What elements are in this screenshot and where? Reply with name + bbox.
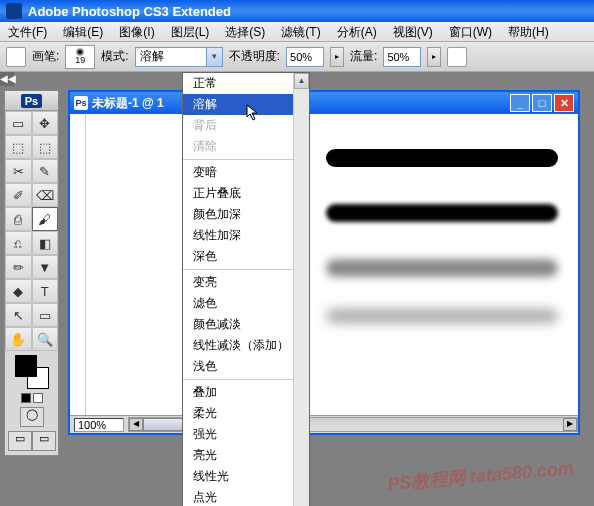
canvas[interactable] xyxy=(86,114,578,415)
flow-input[interactable] xyxy=(383,47,421,67)
menu-item[interactable]: 分析(A) xyxy=(329,22,385,41)
airbrush-icon[interactable] xyxy=(447,47,467,67)
mode-label: 模式: xyxy=(101,48,128,65)
dropdown-scrollbar[interactable]: ▲ xyxy=(293,73,309,506)
status-bar: 100% ◀ ▶ xyxy=(70,415,578,433)
dropdown-item[interactable]: 溶解 xyxy=(183,94,309,115)
quickmask-icon-2[interactable] xyxy=(33,393,43,403)
tool-button[interactable]: ⌫ xyxy=(32,183,59,207)
brush-size: 19 xyxy=(75,55,85,65)
opacity-input[interactable] xyxy=(286,47,324,67)
dropdown-item[interactable]: 亮光 xyxy=(183,445,309,466)
screenmode-button[interactable]: ◯ xyxy=(20,407,44,427)
dropdown-item[interactable]: 颜色加深 xyxy=(183,204,309,225)
tool-button[interactable]: ⎌ xyxy=(5,231,32,255)
tool-button[interactable]: ✐ xyxy=(5,183,32,207)
dropdown-item[interactable]: 线性加深 xyxy=(183,225,309,246)
tool-button[interactable]: 🔍 xyxy=(32,327,59,351)
brush-stroke xyxy=(326,149,558,167)
brush-label: 画笔: xyxy=(32,48,59,65)
dropdown-item[interactable]: 点光 xyxy=(183,487,309,506)
toolbox-header[interactable]: Ps xyxy=(5,91,58,111)
separator xyxy=(183,159,309,160)
document-titlebar[interactable]: Ps 未标题-1 @ 1 _ □ ✕ xyxy=(70,92,578,114)
menu-item[interactable]: 选择(S) xyxy=(217,22,273,41)
close-button[interactable]: ✕ xyxy=(554,94,574,112)
tool-button[interactable]: T xyxy=(32,279,59,303)
panel-toggle[interactable]: ◀◀ xyxy=(0,72,14,86)
toolbox: Ps ▭✥⬚⬚✂✎✐⌫⎙🖌⎌◧✏▼◆T↖▭✋🔍 ◯ ▭ ▭ xyxy=(4,90,59,456)
tool-button[interactable]: ✏ xyxy=(5,255,32,279)
tool-button[interactable]: ▼ xyxy=(32,255,59,279)
screenmode-std-button[interactable]: ▭ xyxy=(8,431,32,451)
dropdown-item[interactable]: 变亮 xyxy=(183,272,309,293)
tool-button[interactable]: 🖌 xyxy=(32,207,59,231)
menu-item[interactable]: 滤镜(T) xyxy=(273,22,328,41)
dropdown-item[interactable]: 叠加 xyxy=(183,382,309,403)
menu-item[interactable]: 编辑(E) xyxy=(55,22,111,41)
dropdown-item[interactable]: 深色 xyxy=(183,246,309,267)
tool-button[interactable]: ✋ xyxy=(5,327,32,351)
brush-stroke xyxy=(326,309,558,323)
mode-dropdown: 正常溶解背后清除变暗正片叠底颜色加深线性加深深色变亮滤色颜色减淡线性减淡（添加）… xyxy=(182,72,310,506)
tool-button[interactable]: ⎙ xyxy=(5,207,32,231)
separator xyxy=(183,379,309,380)
brush-stroke xyxy=(326,204,558,222)
dropdown-item[interactable]: 线性光 xyxy=(183,466,309,487)
dropdown-item[interactable]: 正常 xyxy=(183,73,309,94)
minimize-button[interactable]: _ xyxy=(510,94,530,112)
dropdown-item[interactable]: 浅色 xyxy=(183,356,309,377)
scroll-right-icon[interactable]: ▶ xyxy=(563,418,577,431)
tool-button[interactable]: ↖ xyxy=(5,303,32,327)
dropdown-item[interactable]: 滤色 xyxy=(183,293,309,314)
menu-item[interactable]: 帮助(H) xyxy=(500,22,557,41)
tool-button[interactable]: ✥ xyxy=(32,111,59,135)
dropdown-item: 清除 xyxy=(183,136,309,157)
document-window: Ps 未标题-1 @ 1 _ □ ✕ 100% ◀ ▶ xyxy=(68,90,580,435)
screenmode-full-button[interactable]: ▭ xyxy=(32,431,56,451)
dropdown-item[interactable]: 正片叠底 xyxy=(183,183,309,204)
dropdown-item: 背后 xyxy=(183,115,309,136)
chevron-down-icon: ▼ xyxy=(206,48,222,66)
maximize-button[interactable]: □ xyxy=(532,94,552,112)
foreground-color-swatch[interactable] xyxy=(15,355,37,377)
tool-grid: ▭✥⬚⬚✂✎✐⌫⎙🖌⎌◧✏▼◆T↖▭✋🔍 xyxy=(5,111,58,351)
ps-badge: Ps xyxy=(21,94,42,108)
color-swatches[interactable] xyxy=(15,355,49,389)
menu-item[interactable]: 窗口(W) xyxy=(441,22,500,41)
watermark: PS教程网 tata580.com xyxy=(386,456,574,496)
dropdown-item[interactable]: 变暗 xyxy=(183,162,309,183)
scroll-up-icon[interactable]: ▲ xyxy=(294,73,309,89)
zoom-input[interactable]: 100% xyxy=(74,418,124,432)
brush-preview[interactable]: 19 xyxy=(65,45,95,69)
tool-button[interactable]: ◆ xyxy=(5,279,32,303)
tool-button[interactable]: ✂ xyxy=(5,159,32,183)
scroll-left-icon[interactable]: ◀ xyxy=(129,418,143,431)
brush-dot-icon xyxy=(77,49,83,55)
mode-select[interactable]: 溶解 ▼ xyxy=(135,47,223,67)
tool-preset-icon[interactable] xyxy=(6,47,26,67)
dropdown-item[interactable]: 颜色减淡 xyxy=(183,314,309,335)
tool-button[interactable]: ▭ xyxy=(5,111,32,135)
opacity-label: 不透明度: xyxy=(229,48,280,65)
app-icon xyxy=(6,3,22,19)
opacity-flyout-button[interactable]: ▸ xyxy=(330,47,344,67)
brush-stroke xyxy=(326,259,558,277)
dropdown-item[interactable]: 线性减淡（添加） xyxy=(183,335,309,356)
tool-button[interactable]: ⬚ xyxy=(5,135,32,159)
tool-button[interactable]: ✎ xyxy=(32,159,59,183)
tool-button[interactable]: ▭ xyxy=(32,303,59,327)
tool-button[interactable]: ◧ xyxy=(32,231,59,255)
document-title: 未标题-1 @ 1 xyxy=(92,95,164,112)
tool-button[interactable]: ⬚ xyxy=(32,135,59,159)
quickmask-icon[interactable] xyxy=(21,393,31,403)
menu-item[interactable]: 视图(V) xyxy=(385,22,441,41)
flow-flyout-button[interactable]: ▸ xyxy=(427,47,441,67)
menu-item[interactable]: 文件(F) xyxy=(0,22,55,41)
ruler-vertical xyxy=(70,114,86,415)
menu-item[interactable]: 图层(L) xyxy=(163,22,218,41)
dropdown-item[interactable]: 柔光 xyxy=(183,403,309,424)
dropdown-item[interactable]: 强光 xyxy=(183,424,309,445)
menubar: 文件(F)编辑(E)图像(I)图层(L)选择(S)滤镜(T)分析(A)视图(V)… xyxy=(0,22,594,42)
menu-item[interactable]: 图像(I) xyxy=(111,22,162,41)
